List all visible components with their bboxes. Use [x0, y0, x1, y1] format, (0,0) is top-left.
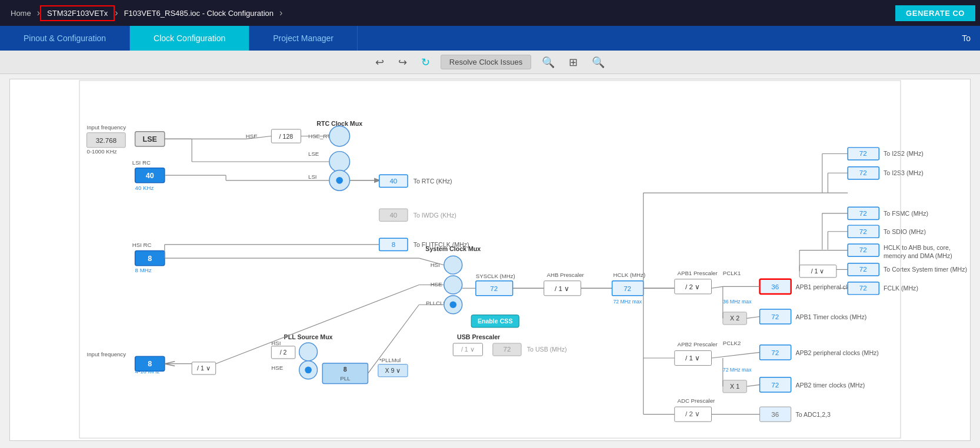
cortex-val: 72 [859, 266, 867, 273]
svg-point-7 [329, 152, 350, 172]
generate-code-button[interactable]: GENERATE CO [895, 5, 975, 21]
sdio-label: To SDIO (MHz) [884, 228, 926, 235]
x1-apb2: X 1 [730, 383, 739, 390]
lsi-rc-label: LSI RC [132, 159, 151, 166]
div128: / 128 [279, 133, 294, 140]
usb-val: 72 [504, 346, 511, 353]
svg-point-17 [449, 301, 456, 308]
div1-hse: / 1 ∨ [197, 365, 211, 372]
undo-button[interactable]: ↩ [372, 55, 388, 70]
refresh-button[interactable]: ↻ [418, 55, 434, 70]
apb1-timer-label: APB1 Timer clocks (MHz) [795, 313, 866, 320]
lsi-khz: 40 KHz [135, 185, 154, 191]
adc-val: 36 [771, 411, 779, 418]
fsmc-label: To FSMC (MHz) [884, 210, 928, 217]
i2s3-label: To I2S3 (MHz) [884, 169, 924, 176]
top-nav: Home › STM32F103VETx › F103VET6_RS485.io… [0, 0, 980, 26]
sysclk-val: 72 [490, 285, 498, 292]
apb1-timer-val: 72 [771, 313, 779, 320]
fit-button[interactable]: ⊞ [565, 55, 581, 70]
i2s2-label: To I2S2 (MHz) [884, 150, 924, 157]
svg-point-6 [329, 126, 350, 146]
iwdg-val: 40 [389, 212, 397, 219]
input-freq-val1: 32.768 [96, 137, 116, 144]
sep3: › [279, 8, 282, 18]
enable-css-btn[interactable]: Enable CSS [478, 317, 513, 325]
hsi-pll-label: HSI [271, 340, 281, 346]
svg-point-25 [299, 343, 318, 361]
pclk2-label: PCLK2 [723, 340, 741, 346]
redo-button[interactable]: ↪ [395, 55, 411, 70]
breadcrumb-file[interactable]: F103VET6_RS485.ioc - Clock Configuration [118, 6, 279, 20]
breadcrumb-home[interactable]: Home [5, 6, 37, 20]
usb-label: To USB (MHz) [527, 346, 567, 353]
apb2-max-label: 72 MHz max [723, 367, 752, 373]
i2s3-val: 72 [859, 169, 867, 176]
hclk-val: 72 [624, 285, 631, 292]
ahb-prescaler-label: AHB Prescaler [547, 272, 585, 278]
hse-line-label: HSE [431, 281, 442, 287]
svg-point-9 [336, 177, 343, 184]
input-freq-range2: 4-16 MHz [135, 368, 160, 375]
apb1-per-val: 36 [771, 283, 779, 290]
x2-apb1: X 2 [730, 315, 739, 322]
div1-cortex: / 1 ∨ [811, 268, 825, 275]
tab-project[interactable]: Project Manager [249, 26, 358, 51]
sdio-val: 72 [859, 228, 867, 235]
lse-line-label: LSE [308, 151, 319, 157]
input-freq-label1: Input frequency [87, 124, 126, 131]
apb2-per-val: 72 [771, 349, 779, 356]
div2-adc: / 2 ∨ [685, 410, 700, 417]
div1-apb2: / 1 ∨ [685, 355, 700, 362]
flitfclk-val: 8 [392, 241, 395, 248]
svg-line-94 [712, 352, 760, 358]
div2-pll: / 2 [280, 349, 287, 356]
zoom-in-button[interactable]: 🔍 [538, 55, 558, 70]
input-freq-range1: 0-1000 KHz [87, 148, 117, 155]
hsi-rc-label: HSI RC [132, 242, 152, 248]
rtc-label: To RTC (KHz) [414, 178, 452, 185]
div1-usb: / 1 ∨ [461, 346, 475, 353]
tab-bar: Pinout & Configuration Clock Configurati… [0, 26, 980, 51]
svg-line-91 [746, 317, 759, 319]
hclk-ahb-val: 72 [859, 246, 867, 253]
system-clock-mux-label: System Clock Mux [425, 245, 481, 252]
div1-ahb: / 1 ∨ [555, 285, 569, 292]
fsmc-val: 72 [859, 210, 867, 217]
hclk-max: 72 MHz max [613, 299, 642, 305]
lsi-val: 40 [146, 172, 154, 180]
tab-clock[interactable]: Clock Configuration [130, 26, 249, 51]
resolve-clock-button[interactable]: Resolve Clock Issues [441, 55, 531, 69]
pll-val: 8 [344, 366, 347, 373]
div2-apb1: / 2 ∨ [685, 283, 700, 290]
hsi-mhz: 8 MHz [135, 267, 152, 273]
fclk-val: 72 [859, 285, 867, 292]
hse-pll-label: HSE [271, 365, 283, 371]
hse-label-bottom: 8 [148, 360, 152, 368]
sysclk-label: SYSCLK (MHz) [476, 273, 515, 279]
apb1-prescaler-label: APB1 Prescaler [678, 270, 718, 276]
svg-point-15 [444, 276, 462, 294]
toolbar: ↩ ↪ ↻ Resolve Clock Issues 🔍 ⊞ 🔍 [0, 51, 980, 74]
fclk-label: FCLK (MHz) [884, 285, 918, 292]
zoom-out-button[interactable]: 🔍 [588, 55, 608, 70]
x9-val: X 9 ∨ [385, 367, 401, 374]
pllmul-label: *PLLMul [379, 357, 401, 363]
apb2-prescaler-label: APB2 Prescaler [678, 341, 718, 347]
tab-to[interactable]: To [952, 26, 980, 51]
rtc-val: 40 [389, 178, 397, 185]
apb2-per-label: APB2 peripheral clocks (MHz) [795, 349, 879, 356]
iwdg-label: To IWDG (KHz) [414, 212, 456, 219]
tab-pinout[interactable]: Pinout & Configuration [0, 26, 130, 51]
hclk-ahb-label1: HCLK to AHB bus, core, [884, 244, 951, 251]
breadcrumb-stm32[interactable]: STM32F103VETx [40, 5, 115, 21]
apb2-timer-val: 72 [771, 382, 779, 389]
cortex-label: To Cortex System timer (MHz) [884, 266, 967, 273]
input-freq-label2: Input frequency [87, 351, 126, 357]
lse-label: LSE [143, 135, 157, 143]
hclk-label: HCLK (MHz) [613, 272, 645, 278]
lsi-line-label: LSI [308, 173, 316, 180]
apb1-max-label: 36 MHz max [723, 299, 752, 305]
svg-line-96 [746, 385, 759, 386]
svg-line-88 [712, 286, 723, 288]
